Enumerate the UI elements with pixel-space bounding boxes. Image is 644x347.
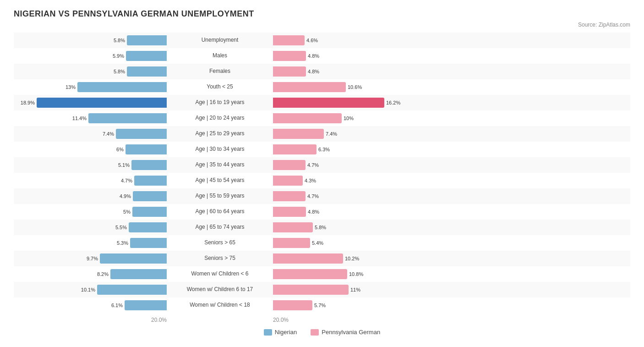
nigerian-value: 4.7% bbox=[121, 178, 132, 183]
chart-row: 5.1% Age | 35 to 44 years 4.7% bbox=[14, 157, 630, 173]
chart-row: 5.8% Females 4.8% bbox=[14, 64, 630, 79]
left-section: 5.3% bbox=[14, 238, 169, 248]
left-section: 5.8% bbox=[14, 35, 169, 45]
right-section: 4.3% bbox=[270, 176, 426, 186]
bar-nigerian bbox=[125, 300, 167, 310]
chart-row: 5.5% Age | 65 to 74 years 5.8% bbox=[14, 220, 630, 235]
legend-item-pa-german: Pennsylvania German bbox=[311, 329, 380, 336]
bar-pa-german bbox=[273, 82, 346, 92]
row-label: Women w/ Children 6 to 17 bbox=[169, 286, 270, 293]
row-label: Youth < 25 bbox=[169, 83, 270, 91]
pa-german-value: 4.7% bbox=[307, 162, 319, 168]
bar-pa-german bbox=[273, 35, 305, 45]
bar-nigerian bbox=[127, 35, 167, 45]
row-label: Age | 20 to 24 years bbox=[169, 115, 270, 122]
chart-row: 8.2% Women w/ Children < 6 10.8% bbox=[14, 266, 630, 282]
row-label: Age | 65 to 74 years bbox=[169, 224, 270, 231]
pa-german-value: 5.7% bbox=[314, 303, 326, 308]
row-label: Age | 16 to 19 years bbox=[169, 99, 270, 106]
right-section: 5.4% bbox=[270, 238, 426, 248]
bar-nigerian bbox=[133, 191, 167, 201]
right-section: 7.4% bbox=[270, 129, 426, 139]
chart-row: 5.3% Seniors > 65 5.4% bbox=[14, 235, 630, 251]
nigerian-value: 5% bbox=[123, 209, 131, 215]
row-label: Unemployment bbox=[169, 37, 270, 44]
bar-pa-german bbox=[273, 300, 312, 310]
right-section: 4.8% bbox=[270, 207, 426, 217]
nigerian-value: 6% bbox=[116, 147, 124, 152]
left-section: 18.9% bbox=[14, 98, 169, 108]
bar-nigerian bbox=[77, 82, 167, 92]
right-section: 5.7% bbox=[270, 300, 426, 310]
nigerian-value: 5.1% bbox=[118, 162, 130, 168]
bar-pa-german bbox=[273, 113, 342, 123]
pa-german-value: 6.3% bbox=[318, 147, 330, 152]
pa-german-value: 10.8% bbox=[349, 271, 363, 277]
axis-left-label: 20.0% bbox=[151, 317, 167, 323]
pa-german-value: 5.8% bbox=[315, 225, 326, 230]
nigerian-value: 11.4% bbox=[72, 116, 87, 121]
bar-pa-german bbox=[273, 160, 306, 170]
left-section: 6% bbox=[14, 144, 169, 154]
left-section: 8.2% bbox=[14, 269, 169, 279]
bar-pa-german bbox=[273, 238, 310, 248]
right-section: 4.7% bbox=[270, 191, 426, 201]
chart-area: 5.8% Unemployment 4.6% 5.9% Males 4.8% 5… bbox=[14, 33, 630, 313]
row-label: Age | 35 to 44 years bbox=[169, 161, 270, 169]
left-section: 13% bbox=[14, 82, 169, 92]
nigerian-value: 6.1% bbox=[111, 303, 123, 308]
pa-german-value: 10% bbox=[344, 116, 354, 121]
left-section: 5.5% bbox=[14, 222, 169, 232]
bar-pa-german bbox=[273, 253, 343, 264]
left-section: 7.4% bbox=[14, 129, 169, 139]
row-label: Males bbox=[169, 52, 270, 60]
legend-item-nigerian: Nigerian bbox=[264, 329, 297, 336]
bar-nigerian bbox=[127, 66, 167, 77]
bar-nigerian bbox=[132, 207, 167, 217]
chart-row: 11.4% Age | 20 to 24 years 10% bbox=[14, 110, 630, 126]
bar-pa-german bbox=[273, 222, 313, 232]
chart-row: 4.7% Age | 45 to 54 years 4.3% bbox=[14, 173, 630, 188]
chart-container: NIGERIAN VS PENNSYLVANIA GERMAN UNEMPLOY… bbox=[0, 0, 644, 347]
right-section: 10.6% bbox=[270, 82, 426, 92]
bar-pa-german bbox=[273, 269, 347, 279]
pa-german-value: 10.2% bbox=[345, 256, 359, 261]
chart-row: 10.1% Women w/ Children 6 to 17 11% bbox=[14, 282, 630, 297]
right-section: 6.3% bbox=[270, 144, 426, 154]
chart-row: 6% Age | 30 to 34 years 6.3% bbox=[14, 142, 630, 157]
chart-row: 6.1% Women w/ Children < 18 5.7% bbox=[14, 297, 630, 313]
bar-pa-german bbox=[273, 98, 384, 108]
nigerian-value: 8.2% bbox=[97, 271, 109, 277]
axis-right-label: 20.0% bbox=[273, 317, 289, 323]
nigerian-value: 5.8% bbox=[114, 38, 125, 43]
row-label: Age | 60 to 64 years bbox=[169, 208, 270, 215]
pa-german-value: 4.3% bbox=[305, 178, 316, 183]
nigerian-value: 18.9% bbox=[21, 100, 35, 105]
bar-pa-german bbox=[273, 176, 303, 186]
row-label: Seniors > 65 bbox=[169, 239, 270, 247]
pa-german-value: 4.8% bbox=[308, 209, 319, 215]
right-section: 5.8% bbox=[270, 222, 426, 232]
left-section: 4.7% bbox=[14, 176, 169, 186]
left-section: 10.1% bbox=[14, 285, 169, 295]
nigerian-value: 5.5% bbox=[115, 225, 127, 230]
chart-title: NIGERIAN VS PENNSYLVANIA GERMAN UNEMPLOY… bbox=[14, 9, 630, 19]
left-section: 5.8% bbox=[14, 66, 169, 77]
legend-box-nigerian bbox=[264, 329, 272, 336]
chart-row: 9.7% Seniors > 75 10.2% bbox=[14, 251, 630, 266]
bar-nigerian bbox=[88, 113, 167, 123]
right-section: 4.8% bbox=[270, 51, 426, 61]
left-section: 5% bbox=[14, 207, 169, 217]
chart-row: 5.9% Males 4.8% bbox=[14, 48, 630, 64]
row-label: Seniors > 75 bbox=[169, 255, 270, 262]
nigerian-value: 13% bbox=[65, 84, 76, 90]
bar-pa-german bbox=[273, 191, 306, 201]
legend: Nigerian Pennsylvania German bbox=[14, 329, 630, 336]
bar-nigerian bbox=[130, 238, 167, 248]
right-section: 4.7% bbox=[270, 160, 426, 170]
axis-row: 20.0% 20.0% bbox=[14, 317, 630, 323]
chart-row: 5% Age | 60 to 64 years 4.8% bbox=[14, 204, 630, 220]
chart-row: 5.8% Unemployment 4.6% bbox=[14, 33, 630, 48]
bar-nigerian bbox=[97, 285, 167, 295]
pa-german-value: 4.7% bbox=[307, 193, 319, 199]
